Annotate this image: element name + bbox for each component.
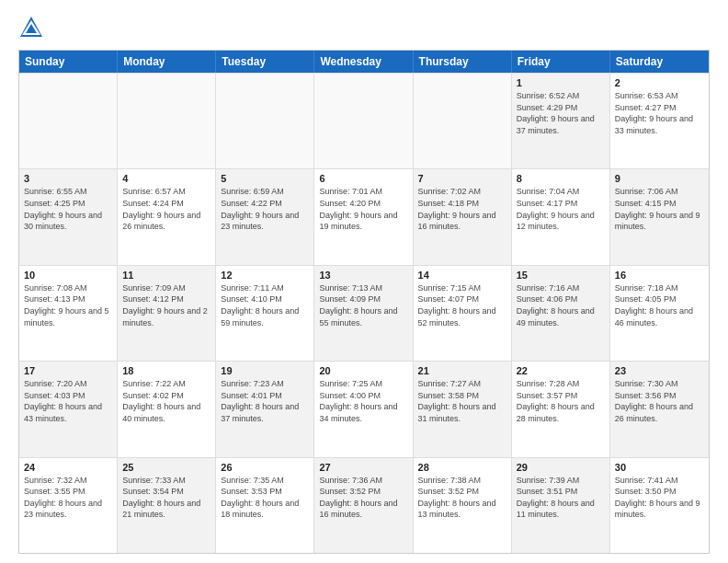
day-number: 9 [615, 173, 704, 184]
day-number: 10 [24, 270, 112, 281]
calendar-cell: 26Sunrise: 7:35 AMSunset: 3:53 PMDayligh… [216, 458, 314, 553]
calendar-cell: 28Sunrise: 7:38 AMSunset: 3:52 PMDayligh… [414, 458, 512, 553]
day-info: Sunrise: 7:22 AMSunset: 4:02 PMDaylight:… [122, 378, 210, 424]
day-info: Sunrise: 7:38 AMSunset: 3:52 PMDaylight:… [418, 475, 506, 521]
calendar-cell: 17Sunrise: 7:20 AMSunset: 4:03 PMDayligh… [19, 362, 118, 456]
day-number: 13 [319, 270, 407, 281]
calendar: SundayMondayTuesdayWednesdayThursdayFrid… [18, 50, 710, 554]
day-number: 19 [221, 365, 309, 376]
day-number: 4 [122, 173, 210, 184]
calendar-cell: 13Sunrise: 7:13 AMSunset: 4:09 PMDayligh… [314, 266, 413, 361]
day-number: 6 [319, 173, 407, 184]
calendar-cell: 23Sunrise: 7:30 AMSunset: 3:56 PMDayligh… [610, 362, 709, 456]
day-info: Sunrise: 6:53 AMSunset: 4:27 PMDaylight:… [615, 90, 704, 136]
day-info: Sunrise: 6:52 AMSunset: 4:29 PMDaylight:… [517, 90, 605, 136]
day-number: 18 [122, 365, 210, 376]
calendar-cell: 14Sunrise: 7:15 AMSunset: 4:07 PMDayligh… [414, 266, 512, 361]
day-info: Sunrise: 7:06 AMSunset: 4:15 PMDaylight:… [615, 186, 704, 232]
day-info: Sunrise: 7:02 AMSunset: 4:18 PMDaylight:… [418, 186, 506, 232]
weekday-header: Thursday [414, 51, 512, 73]
day-number: 8 [517, 173, 605, 184]
day-info: Sunrise: 7:33 AMSunset: 3:54 PMDaylight:… [122, 475, 210, 521]
calendar-cell: 4Sunrise: 6:57 AMSunset: 4:24 PMDaylight… [118, 169, 216, 264]
calendar-cell [414, 74, 512, 168]
calendar-header: SundayMondayTuesdayWednesdayThursdayFrid… [19, 51, 709, 73]
calendar-cell: 5Sunrise: 6:59 AMSunset: 4:22 PMDaylight… [216, 169, 314, 264]
calendar-cell: 30Sunrise: 7:41 AMSunset: 3:50 PMDayligh… [610, 458, 709, 553]
day-info: Sunrise: 7:01 AMSunset: 4:20 PMDaylight:… [319, 186, 407, 232]
day-info: Sunrise: 7:09 AMSunset: 4:12 PMDaylight:… [122, 282, 210, 328]
day-number: 25 [122, 462, 210, 473]
calendar-cell: 10Sunrise: 7:08 AMSunset: 4:13 PMDayligh… [19, 266, 118, 361]
day-info: Sunrise: 7:20 AMSunset: 4:03 PMDaylight:… [24, 378, 112, 424]
day-number: 1 [517, 77, 605, 88]
day-number: 3 [24, 173, 112, 184]
day-info: Sunrise: 7:35 AMSunset: 3:53 PMDaylight:… [221, 475, 309, 521]
day-number: 23 [615, 365, 704, 376]
calendar-cell: 6Sunrise: 7:01 AMSunset: 4:20 PMDaylight… [314, 169, 413, 264]
day-info: Sunrise: 7:27 AMSunset: 3:58 PMDaylight:… [418, 378, 506, 424]
day-number: 11 [122, 270, 210, 281]
day-info: Sunrise: 7:08 AMSunset: 4:13 PMDaylight:… [24, 282, 112, 328]
calendar-cell: 16Sunrise: 7:18 AMSunset: 4:05 PMDayligh… [610, 266, 709, 361]
day-info: Sunrise: 7:13 AMSunset: 4:09 PMDaylight:… [319, 282, 407, 328]
day-number: 24 [24, 462, 112, 473]
calendar-cell: 15Sunrise: 7:16 AMSunset: 4:06 PMDayligh… [512, 266, 610, 361]
day-info: Sunrise: 7:41 AMSunset: 3:50 PMDaylight:… [615, 475, 704, 521]
day-number: 17 [24, 365, 112, 376]
calendar-cell: 7Sunrise: 7:02 AMSunset: 4:18 PMDaylight… [414, 169, 512, 264]
day-number: 26 [221, 462, 309, 473]
calendar-body: 1Sunrise: 6:52 AMSunset: 4:29 PMDaylight… [19, 73, 709, 553]
day-number: 14 [418, 270, 506, 281]
day-info: Sunrise: 6:55 AMSunset: 4:25 PMDaylight:… [24, 186, 112, 232]
day-number: 27 [319, 462, 407, 473]
calendar-cell: 3Sunrise: 6:55 AMSunset: 4:25 PMDaylight… [19, 169, 118, 264]
day-info: Sunrise: 7:04 AMSunset: 4:17 PMDaylight:… [517, 186, 605, 232]
day-info: Sunrise: 7:36 AMSunset: 3:52 PMDaylight:… [319, 475, 407, 521]
day-info: Sunrise: 7:18 AMSunset: 4:05 PMDaylight:… [615, 282, 704, 328]
calendar-cell: 20Sunrise: 7:25 AMSunset: 4:00 PMDayligh… [314, 362, 413, 456]
day-number: 15 [517, 270, 605, 281]
day-number: 29 [517, 462, 605, 473]
day-info: Sunrise: 7:15 AMSunset: 4:07 PMDaylight:… [418, 282, 506, 328]
weekday-header: Sunday [19, 51, 118, 73]
weekday-header: Friday [512, 51, 610, 73]
calendar-cell: 21Sunrise: 7:27 AMSunset: 3:58 PMDayligh… [414, 362, 512, 456]
calendar-cell [118, 74, 216, 168]
logo [18, 15, 48, 40]
calendar-cell: 19Sunrise: 7:23 AMSunset: 4:01 PMDayligh… [216, 362, 314, 456]
day-number: 21 [418, 365, 506, 376]
day-info: Sunrise: 7:23 AMSunset: 4:01 PMDaylight:… [221, 378, 309, 424]
day-info: Sunrise: 6:57 AMSunset: 4:24 PMDaylight:… [122, 186, 210, 232]
weekday-header: Saturday [610, 51, 709, 73]
page: SundayMondayTuesdayWednesdayThursdayFrid… [0, 0, 728, 563]
calendar-cell: 11Sunrise: 7:09 AMSunset: 4:12 PMDayligh… [118, 266, 216, 361]
calendar-cell: 1Sunrise: 6:52 AMSunset: 4:29 PMDaylight… [512, 74, 610, 168]
calendar-cell [19, 74, 118, 168]
weekday-header: Wednesday [314, 51, 413, 73]
day-number: 7 [418, 173, 506, 184]
weekday-header: Tuesday [216, 51, 314, 73]
calendar-row: 1Sunrise: 6:52 AMSunset: 4:29 PMDaylight… [19, 73, 709, 168]
calendar-cell: 18Sunrise: 7:22 AMSunset: 4:02 PMDayligh… [118, 362, 216, 456]
day-info: Sunrise: 7:32 AMSunset: 3:55 PMDaylight:… [24, 475, 112, 521]
header [18, 15, 710, 40]
day-info: Sunrise: 7:25 AMSunset: 4:00 PMDaylight:… [319, 378, 407, 424]
calendar-cell [314, 74, 413, 168]
day-number: 12 [221, 270, 309, 281]
day-number: 30 [615, 462, 704, 473]
calendar-cell: 27Sunrise: 7:36 AMSunset: 3:52 PMDayligh… [314, 458, 413, 553]
day-number: 5 [221, 173, 309, 184]
calendar-row: 3Sunrise: 6:55 AMSunset: 4:25 PMDaylight… [19, 168, 709, 264]
day-number: 22 [517, 365, 605, 376]
day-info: Sunrise: 7:28 AMSunset: 3:57 PMDaylight:… [517, 378, 605, 424]
calendar-cell: 29Sunrise: 7:39 AMSunset: 3:51 PMDayligh… [512, 458, 610, 553]
logo-icon [18, 15, 44, 40]
calendar-cell: 22Sunrise: 7:28 AMSunset: 3:57 PMDayligh… [512, 362, 610, 456]
day-number: 2 [615, 77, 704, 88]
day-number: 16 [615, 270, 704, 281]
day-info: Sunrise: 7:16 AMSunset: 4:06 PMDaylight:… [517, 282, 605, 328]
day-number: 28 [418, 462, 506, 473]
calendar-cell: 12Sunrise: 7:11 AMSunset: 4:10 PMDayligh… [216, 266, 314, 361]
calendar-row: 24Sunrise: 7:32 AMSunset: 3:55 PMDayligh… [19, 457, 709, 553]
